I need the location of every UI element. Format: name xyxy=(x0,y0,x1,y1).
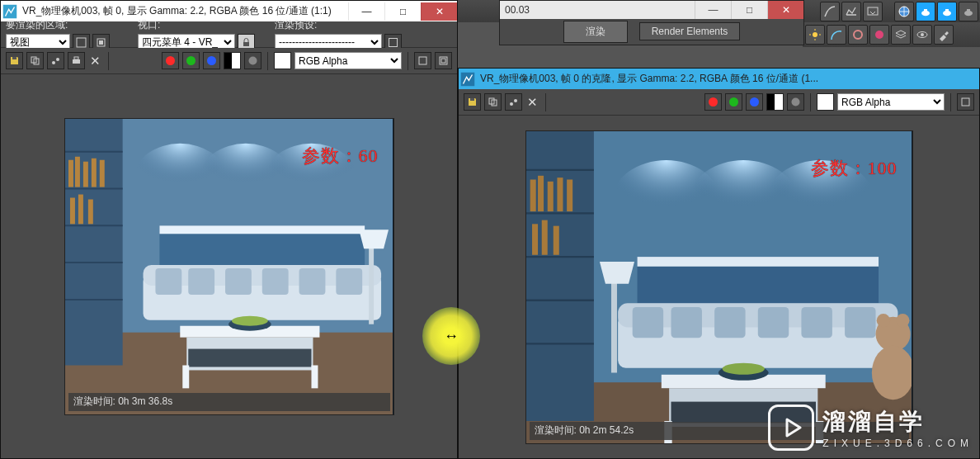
sphere-icon[interactable] xyxy=(869,25,889,45)
toolbar-row: ✕ RGB Alpha xyxy=(459,89,979,116)
eye-icon[interactable] xyxy=(912,25,932,45)
channel-select[interactable]: RGB Alpha xyxy=(837,93,945,111)
svg-rect-94 xyxy=(557,177,563,211)
render-elements-tab[interactable]: Render Elements xyxy=(639,22,741,40)
red-channel-toggle[interactable] xyxy=(162,52,179,69)
svg-rect-95 xyxy=(567,179,572,211)
frame-buffer-left: VR_物理像机003, 帧 0, 显示 Gamma: 2.2, RGBA 颜色 … xyxy=(0,0,458,459)
swatch-white[interactable] xyxy=(817,93,834,111)
watermark-brand: 溜溜自学 xyxy=(822,406,973,438)
graph-icon[interactable] xyxy=(841,2,861,21)
max-command-panel-toolbar xyxy=(803,22,980,47)
svg-rect-92 xyxy=(538,175,544,211)
watermark-url: ZIXUE.3D66.COM xyxy=(822,438,973,449)
swatch-white[interactable] xyxy=(274,52,291,69)
render-dialog-title: 00.03 xyxy=(500,4,695,16)
green-channel-toggle[interactable] xyxy=(725,93,742,111)
globe-icon[interactable] xyxy=(894,2,914,21)
app-icon xyxy=(459,70,477,88)
svg-rect-62 xyxy=(336,268,362,295)
teapot3-icon[interactable] xyxy=(959,2,978,21)
channel-select[interactable]: RGB Alpha xyxy=(294,52,402,69)
render-setup-dialog: 00.03 — □ ✕ 渲染 Render Elements xyxy=(499,0,804,45)
render-canvas-area[interactable]: 参数：60 渲染时间: 0h 3m 36.8s xyxy=(1,74,457,458)
svg-rect-52 xyxy=(87,199,92,224)
dropdown-icon[interactable] xyxy=(863,2,883,21)
red-channel-toggle[interactable] xyxy=(704,93,722,111)
svg-rect-57 xyxy=(155,268,181,295)
clone-icon[interactable] xyxy=(47,52,64,69)
overlay-icon[interactable] xyxy=(414,52,431,69)
svg-rect-68 xyxy=(369,242,374,324)
mono-toggle[interactable] xyxy=(787,93,804,111)
render-button[interactable]: 渲染 xyxy=(563,21,628,43)
alpha-toggle[interactable] xyxy=(224,52,241,69)
ring-icon[interactable] xyxy=(848,25,868,45)
blue-channel-toggle[interactable] xyxy=(203,52,220,69)
teapot1-icon[interactable] xyxy=(916,2,935,21)
svg-point-8 xyxy=(813,32,817,37)
svg-rect-54 xyxy=(159,225,365,234)
svg-rect-18 xyxy=(77,38,86,47)
svg-rect-49 xyxy=(99,159,104,187)
copy-icon[interactable] xyxy=(26,52,44,69)
options-row: 要渲染的区域: 视图 视口: 四元菜单 4 - VR_ 渲染预设: ------… xyxy=(1,21,457,48)
toolbar-row: ✕ RGB Alpha xyxy=(1,48,457,74)
svg-rect-85 xyxy=(526,131,594,421)
minimize-button[interactable]: — xyxy=(695,1,731,19)
svg-rect-51 xyxy=(78,194,82,224)
green-channel-toggle[interactable] xyxy=(182,52,200,69)
clear-icon[interactable]: ✕ xyxy=(527,95,538,110)
svg-rect-100 xyxy=(637,257,878,267)
svg-rect-66 xyxy=(182,365,189,388)
svg-rect-28 xyxy=(73,59,80,64)
clear-icon[interactable]: ✕ xyxy=(90,54,101,69)
svg-point-110 xyxy=(876,314,889,327)
svg-rect-20 xyxy=(99,40,103,45)
maximize-button[interactable]: □ xyxy=(731,1,767,19)
svg-point-30 xyxy=(249,57,257,65)
svg-rect-106 xyxy=(757,306,788,337)
overlay2-icon[interactable] xyxy=(435,52,452,69)
param-overlay: 参数：60 xyxy=(302,144,379,168)
close-button[interactable]: ✕ xyxy=(767,1,803,19)
svg-rect-21 xyxy=(243,42,249,46)
svg-rect-59 xyxy=(225,268,252,295)
area-label: 要渲染的区域: xyxy=(6,18,110,32)
arc-icon[interactable] xyxy=(827,25,846,45)
svg-rect-5 xyxy=(945,9,949,11)
blue-channel-toggle[interactable] xyxy=(746,93,763,111)
titlebar[interactable]: VR_物理像机003, 帧 0 的克隆, 显示 Gamma: 2.2, RGBA… xyxy=(459,69,979,89)
save-icon[interactable] xyxy=(464,93,481,111)
svg-point-78 xyxy=(792,98,800,106)
svg-point-71 xyxy=(231,315,267,325)
render-output: 参数：60 渲染时间: 0h 3m 36.8s xyxy=(64,118,394,415)
save-icon[interactable] xyxy=(6,52,23,69)
overlay-icon[interactable] xyxy=(957,93,974,111)
svg-rect-60 xyxy=(261,268,288,295)
svg-rect-58 xyxy=(188,268,214,295)
svg-rect-108 xyxy=(845,306,875,337)
curve-icon[interactable] xyxy=(820,2,840,21)
svg-rect-103 xyxy=(632,306,662,337)
svg-point-76 xyxy=(510,102,513,106)
copy-icon[interactable] xyxy=(484,93,502,111)
svg-point-121 xyxy=(722,362,764,374)
layers-icon[interactable] xyxy=(891,25,911,45)
alpha-toggle[interactable] xyxy=(766,93,784,111)
svg-rect-7 xyxy=(967,9,970,11)
svg-rect-118 xyxy=(610,276,616,372)
svg-rect-50 xyxy=(69,197,74,224)
viewport-label: 视口: xyxy=(138,18,255,32)
clone-icon[interactable] xyxy=(505,93,522,111)
print-icon[interactable] xyxy=(68,52,85,69)
hammer-icon[interactable] xyxy=(934,25,954,45)
sun-icon[interactable] xyxy=(805,25,825,45)
svg-rect-47 xyxy=(82,161,87,187)
svg-rect-23 xyxy=(12,57,16,59)
mono-toggle[interactable] xyxy=(244,52,261,69)
svg-point-4 xyxy=(943,10,951,15)
svg-point-27 xyxy=(56,58,59,61)
teapot2-icon[interactable] xyxy=(937,2,957,21)
svg-rect-65 xyxy=(188,348,311,367)
